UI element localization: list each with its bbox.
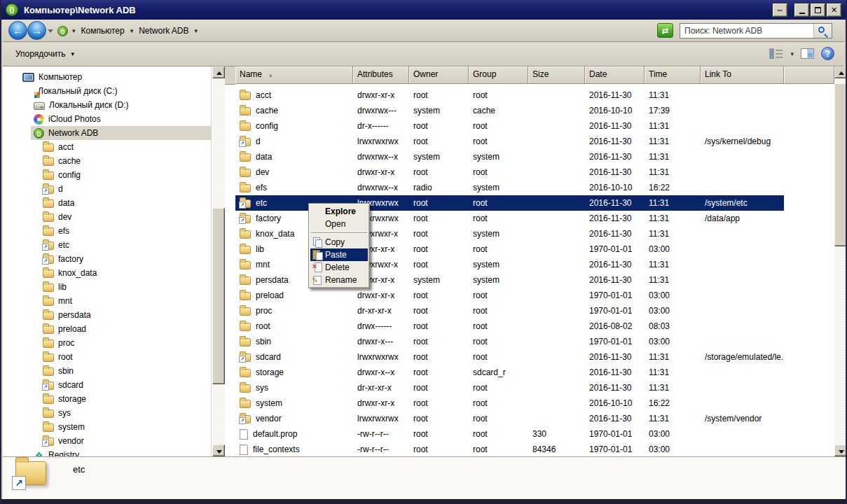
minimize-button[interactable]	[794, 4, 809, 17]
forward-button[interactable]: →	[27, 21, 46, 40]
column-header-group[interactable]: Group	[469, 66, 528, 84]
scroll-down-button[interactable]	[834, 444, 847, 456]
breadcrumb-segment-computer[interactable]: Компьютер	[80, 25, 126, 36]
table-row[interactable]: acctdrwxr-xr-xrootroot2016-11-3011:31	[235, 88, 784, 103]
sidebar-item-lib[interactable]: lib	[3, 280, 211, 294]
table-row[interactable]: procdr-xr-xr-xrootroot1970-01-0103:00	[235, 303, 784, 318]
sidebar-item-config[interactable]: config	[3, 168, 211, 182]
refresh-button[interactable]: ⇄	[657, 23, 673, 38]
table-row[interactable]: storagedrwxr-x--xrootsdcard_r2016-11-301…	[235, 365, 784, 380]
cell-time: 03:00	[645, 303, 701, 318]
column-header-size[interactable]: Size	[528, 66, 585, 84]
sidebar-item-root[interactable]: root	[3, 350, 211, 364]
table-row[interactable]: cachedrwxrwx---systemcache2016-10-1017:3…	[235, 103, 784, 118]
sidebar-item-vendor[interactable]: vendor	[3, 434, 211, 448]
history-dropdown[interactable]	[48, 29, 53, 33]
chevron-down-icon[interactable]: ▾	[195, 27, 198, 34]
table-row[interactable]: file_contexts-rw-r--r--rootroot843461970…	[235, 442, 784, 456]
cell-date: 2016-11-30	[585, 411, 645, 426]
table-row[interactable]: sysdr-xr-xr-xrootroot2016-11-3011:31	[235, 380, 784, 396]
table-row[interactable]: rootdrwx------rootroot2016-08-0208:03	[235, 318, 784, 334]
column-header-label: Link To	[705, 69, 731, 79]
menu-item-open[interactable]: Open	[310, 218, 368, 230]
chevron-down-icon[interactable]: ▾	[130, 27, 134, 34]
sidebar-item-registry[interactable]: Registry	[3, 448, 211, 456]
file-name-cell: file_contexts	[235, 442, 353, 456]
sidebar-item-system[interactable]: system	[3, 420, 211, 434]
sidebar-item-acct[interactable]: acct	[3, 140, 211, 154]
file-name-cell: system	[235, 396, 353, 411]
sidebar-item-cache[interactable]: cache	[3, 154, 211, 168]
scroll-up-button[interactable]	[212, 66, 225, 78]
chevron-down-icon[interactable]: ▾	[72, 27, 76, 34]
menu-item-rename[interactable]: Rename	[310, 274, 368, 286]
back-button[interactable]: ←	[8, 21, 27, 40]
table-row[interactable]: default.prop-rw-r--r--rootroot3301970-01…	[235, 426, 784, 442]
search-button[interactable]	[813, 24, 832, 38]
table-row[interactable]: configdr-x------rootroot2016-11-3011:31	[235, 118, 784, 134]
column-header-date[interactable]: Date	[585, 66, 645, 84]
sidebar-item-d[interactable]: d	[3, 182, 211, 196]
table-row[interactable]: sdcardlrwxrwxrwxrootroot2016-11-3011:31/…	[235, 349, 784, 365]
scrollbar-thumb[interactable]	[834, 83, 847, 246]
sidebar-item-sbin[interactable]: sbin	[3, 364, 211, 378]
sidebar-item-factory[interactable]: factory	[3, 252, 211, 266]
column-header-name[interactable]: Name▴	[235, 66, 353, 84]
sidebar-item-etc[interactable]: etc	[3, 238, 211, 252]
sidebar-item-icloud-photos[interactable]: iCloud Photos	[3, 112, 211, 126]
sidebar-item-proc[interactable]: proc	[3, 336, 211, 350]
preview-pane-button[interactable]	[801, 48, 814, 59]
menu-item-paste[interactable]: Paste	[310, 248, 368, 261]
menu-item-label: Delete	[325, 262, 350, 272]
sidebar-item-локальный-диск-c-[interactable]: Локальный диск (C:)	[3, 84, 211, 98]
sidebar-item-sdcard[interactable]: sdcard	[3, 378, 211, 392]
help-button[interactable]: ?	[821, 47, 834, 60]
column-header-owner[interactable]: Owner	[409, 66, 469, 84]
menu-item-copy[interactable]: Copy	[310, 236, 368, 248]
breadcrumb-segment-network-adb[interactable]: Network ADB	[137, 25, 190, 36]
column-header-time[interactable]: Time	[645, 66, 701, 84]
search-input[interactable]	[680, 24, 813, 38]
column-header-label: Attributes	[357, 69, 393, 79]
view-mode-dropdown[interactable]: ▾	[790, 50, 794, 57]
sidebar-item-efs[interactable]: efs	[3, 224, 211, 238]
cell-date: 2016-11-30	[585, 257, 645, 272]
sidebar-item-sys[interactable]: sys	[3, 406, 211, 420]
sidebar-item-dev[interactable]: dev	[3, 210, 211, 224]
sidebar-item-knox-data[interactable]: knox_data	[3, 266, 211, 280]
view-mode-button[interactable]	[769, 48, 783, 59]
table-row[interactable]: preloaddrwxr-xr-xrootroot1970-01-0103:00	[235, 288, 784, 303]
scrollbar-thumb[interactable]	[212, 208, 225, 384]
close-button[interactable]: ✕	[827, 4, 841, 17]
window-dock-button[interactable]: ⇔	[773, 4, 787, 17]
sidebar-item-network-adb[interactable]: {}Network ADB	[3, 126, 211, 140]
table-row[interactable]: devdrwxr-xr-xrootroot2016-11-3011:31	[235, 164, 784, 180]
table-row[interactable]: efsdrwxrwx--xradiosystem2016-10-1016:22	[235, 180, 784, 195]
list-scrollbar[interactable]	[834, 66, 847, 456]
organize-button[interactable]: Упорядочить ▾	[15, 49, 74, 59]
table-row[interactable]: sbindrwxr-x---rootroot1970-01-0103:00	[235, 334, 784, 349]
scroll-down-button[interactable]	[212, 444, 225, 456]
tree-scrollbar[interactable]	[212, 66, 225, 456]
table-row[interactable]: vendorlrwxrwxrwxrootroot2016-11-3011:31/…	[235, 411, 784, 426]
maximize-button[interactable]	[811, 4, 825, 17]
table-row[interactable]: systemdrwxr-xr-xrootroot2016-10-1016:22	[235, 396, 784, 411]
column-header-link-to[interactable]: Link To	[701, 66, 784, 84]
cell-group: root	[469, 396, 528, 411]
cell-owner: root	[409, 226, 469, 241]
sidebar-item-компьютер[interactable]: Компьютер	[3, 70, 211, 84]
table-row[interactable]: dlrwxrwxrwxrootroot2016-11-3011:31/sys/k…	[235, 134, 784, 149]
cell-link_to	[701, 272, 784, 288]
sidebar-item-mnt[interactable]: mnt	[3, 294, 211, 308]
sidebar-item-data[interactable]: data	[3, 196, 211, 210]
table-row[interactable]: datadrwxrwx--xsystemsystem2016-11-3011:3…	[235, 149, 784, 164]
menu-item-delete[interactable]: Delete	[310, 261, 368, 274]
scroll-up-button[interactable]	[834, 66, 847, 78]
sidebar-item-локальный-диск-d-[interactable]: Локальный диск (D:)	[3, 98, 211, 112]
sidebar-item-persdata[interactable]: persdata	[3, 308, 211, 322]
menu-item-explore[interactable]: Explore	[310, 205, 368, 218]
sidebar-item-storage[interactable]: storage	[3, 392, 211, 406]
column-header-attributes[interactable]: Attributes	[353, 66, 409, 84]
cell-time: 11:31	[645, 118, 701, 134]
sidebar-item-preload[interactable]: preload	[3, 322, 211, 336]
